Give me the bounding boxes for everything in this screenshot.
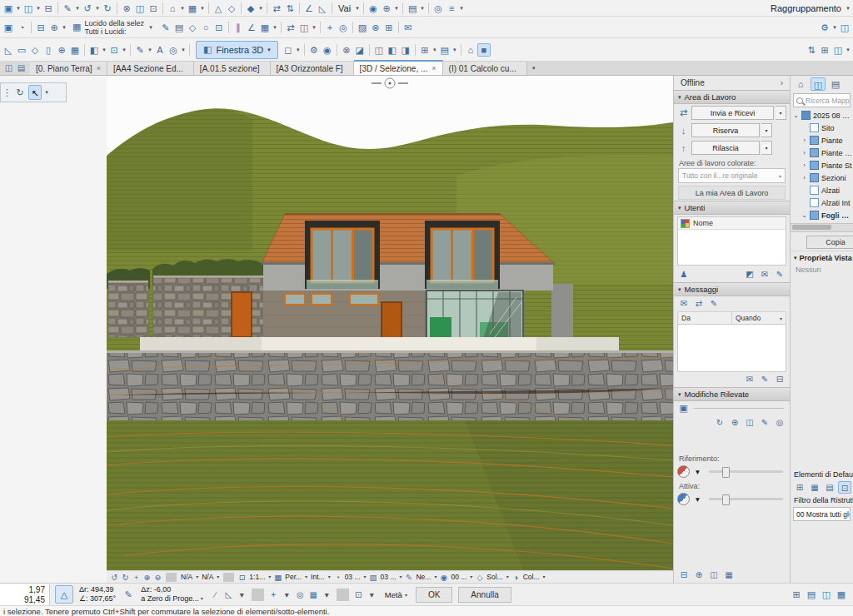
- dropdown-caret[interactable]: ▾: [295, 43, 302, 57]
- annulla-button[interactable]: Annulla: [458, 587, 511, 603]
- coordinate-inputs[interactable]: 1,97 91,45: [0, 584, 50, 605]
- parallel-icon[interactable]: ∥: [232, 21, 245, 34]
- menu-icon[interactable]: ≡: [445, 2, 458, 15]
- tab-close-icon[interactable]: ×: [97, 64, 101, 72]
- users-list[interactable]: Nome: [677, 216, 786, 266]
- my-workspace-button[interactable]: La mia Area di Lavoro: [678, 186, 786, 200]
- color-mode-field[interactable]: Col...: [521, 572, 541, 583]
- slider-thumb[interactable]: [722, 467, 730, 478]
- refresh-changes-icon[interactable]: ↻: [714, 417, 726, 429]
- compare-changes-icon[interactable]: ◫: [744, 417, 756, 429]
- scale-icon[interactable]: ⊡: [237, 572, 247, 583]
- document-tab[interactable]: [A3 Orizzontale F]: [271, 61, 354, 75]
- penset-icon[interactable]: ▧: [368, 572, 379, 583]
- elevation-reference-value[interactable]: a Zero di Proge...: [141, 594, 199, 604]
- dropdown-caret[interactable]: ▾: [468, 572, 474, 583]
- dropdown-caret[interactable]: ▾: [94, 2, 101, 15]
- horizontal-scrollbar[interactable]: [791, 223, 853, 232]
- relative-delta-toggle[interactable]: △: [55, 585, 73, 604]
- section-area-di-lavoro[interactable]: ▾ Area di Lavoro: [674, 90, 790, 104]
- relative-coords-icon[interactable]: ◺: [222, 589, 235, 601]
- 3d-model-view[interactable]: [107, 76, 673, 570]
- active-view-icon[interactable]: ■: [477, 43, 491, 57]
- tile-windows-icon[interactable]: ◫: [831, 43, 845, 57]
- tab-close-icon[interactable]: ×: [431, 64, 436, 72]
- dropdown-caret[interactable]: ▾: [179, 2, 186, 15]
- paste-icon[interactable]: ⊡: [147, 2, 160, 15]
- rotate-view-icon[interactable]: ◔: [15, 21, 28, 34]
- navigator-search-input[interactable]: Ricerca Mappa: [793, 93, 851, 107]
- tree-chevron-icon[interactable]: ⌄: [793, 112, 799, 119]
- document-tab[interactable]: [0. Piano Terra] ×: [30, 61, 107, 75]
- dropdown-caret[interactable]: ▾: [267, 47, 271, 53]
- edit-elevation-icon[interactable]: ✎: [122, 588, 135, 601]
- riserva-button[interactable]: Riserva: [691, 123, 760, 137]
- dropdown-caret[interactable]: ▾: [180, 43, 187, 57]
- sun-shadow-field[interactable]: Sol...: [485, 572, 504, 583]
- view-map-icon[interactable]: ▤: [828, 77, 843, 91]
- select-settings-icon[interactable]: ▣: [2, 21, 15, 34]
- dropdown-caret[interactable]: ▾: [236, 589, 248, 601]
- users-list-body[interactable]: [678, 230, 786, 265]
- pen-set-field[interactable]: 03 ...: [379, 572, 398, 583]
- default-composite-icon[interactable]: ▤: [823, 481, 836, 494]
- tree-chevron-icon[interactable]: ›: [801, 137, 807, 144]
- 3d-settings-icon[interactable]: ⚙: [307, 43, 321, 57]
- copia-button[interactable]: Copia: [806, 236, 853, 249]
- roof-tool-icon[interactable]: ◇: [28, 43, 42, 57]
- user-icon[interactable]: ♟: [678, 269, 690, 281]
- edit-icon[interactable]: ✎: [61, 2, 74, 15]
- projection-icon[interactable]: ▦: [272, 572, 283, 583]
- dropdown-caret[interactable]: ▾: [321, 589, 333, 601]
- graphic-override-field[interactable]: Ne...: [414, 572, 432, 583]
- story-icon[interactable]: ⌂: [166, 2, 179, 15]
- save-icon[interactable]: ⊟: [42, 2, 55, 15]
- zoom-in-icon[interactable]: ⊕: [380, 2, 393, 15]
- dropdown-caret[interactable]: ▾: [761, 123, 772, 137]
- open-file-icon[interactable]: ◫: [22, 2, 35, 15]
- scale-field[interactable]: 1:1...: [247, 572, 267, 583]
- zone-tool-icon[interactable]: ◧: [87, 43, 101, 57]
- user-colors-icon[interactable]: ◩: [744, 269, 756, 281]
- grid-snap-icon[interactable]: ▦: [258, 21, 272, 34]
- pane-left-icon[interactable]: ◧: [386, 43, 399, 57]
- document-tab[interactable]: [AA4 Sezione Ed...: [107, 61, 194, 75]
- angle-icon[interactable]: ∠: [302, 2, 316, 15]
- dropdown-caret[interactable]: ▾: [194, 572, 200, 583]
- quando-column-header[interactable]: Quando ▾: [732, 312, 786, 324]
- add-change-icon[interactable]: ⊕: [729, 417, 741, 429]
- sync-scroll-icon[interactable]: ⇅: [805, 43, 818, 57]
- target-icon[interactable]: ◎: [431, 2, 445, 15]
- dropdown-caret[interactable]: ▾: [362, 572, 368, 583]
- dock-palette-icon[interactable]: ▦: [723, 569, 735, 581]
- wall-tool-icon[interactable]: ▭: [15, 43, 28, 57]
- reference-opacity-slider[interactable]: [709, 470, 783, 473]
- hotspot-tool-icon[interactable]: ◎: [167, 43, 180, 57]
- list-view-icon[interactable]: ▤: [438, 43, 451, 57]
- tree-item[interactable]: › Piante Sc: [791, 147, 853, 159]
- section-modifiche-rilevate[interactable]: ▾ Modifiche Rilevate: [674, 387, 790, 401]
- report-icon[interactable]: ✉: [402, 21, 415, 34]
- renovation-filter-select[interactable]: 00 Mostra tutti gl ▾: [793, 507, 851, 521]
- column-tool-icon[interactable]: ⊕: [55, 43, 68, 57]
- style-icon[interactable]: ◑: [511, 572, 521, 583]
- object-tool-icon[interactable]: ⊡: [107, 43, 121, 57]
- renovation-icon[interactable]: ◉: [438, 572, 449, 583]
- dropdown-caret[interactable]: ▾: [505, 572, 511, 583]
- da-column-header[interactable]: Da: [678, 312, 732, 324]
- layer-selector[interactable]: ▦ Lucido della selez Tutti i Lucidi: ▾: [67, 19, 159, 36]
- ok-button[interactable]: OK: [416, 587, 452, 603]
- render-icon[interactable]: ◉: [321, 43, 334, 57]
- orbit-right-icon[interactable]: ↻: [120, 572, 131, 583]
- collapse-palette-icon[interactable]: ⊟: [678, 569, 690, 581]
- undo-icon[interactable]: ↺: [81, 2, 94, 15]
- default-wall-icon[interactable]: ⊞: [793, 481, 806, 494]
- y-coordinate-value[interactable]: 91,45: [2, 595, 45, 605]
- mesh-tool-icon[interactable]: ▦: [68, 43, 82, 57]
- orbit-left-icon[interactable]: ↺: [109, 572, 120, 583]
- multiply-icon[interactable]: ⊞: [382, 21, 396, 34]
- teamwork-status[interactable]: Offline ›: [674, 76, 790, 90]
- zoom-value-field[interactable]: N/A: [179, 572, 194, 583]
- tracker-list-icon[interactable]: ▤: [805, 588, 818, 601]
- document-tab[interactable]: [A.01.5 sezione]: [194, 61, 271, 75]
